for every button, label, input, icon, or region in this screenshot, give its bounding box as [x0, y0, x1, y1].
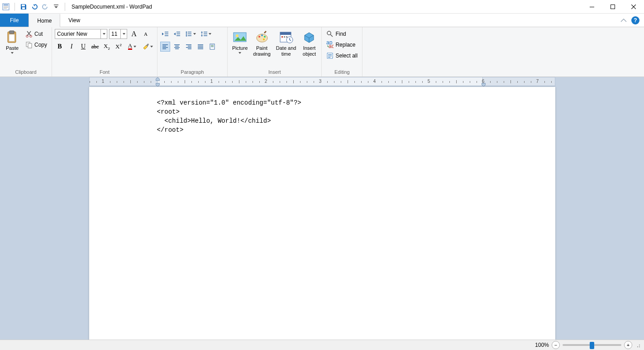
underline-button[interactable]: U [78, 42, 88, 52]
undo-icon[interactable] [30, 3, 38, 11]
group-paragraph: Paragraph [157, 27, 228, 77]
svg-rect-7 [54, 5, 58, 5]
svg-rect-18 [165, 34, 168, 34]
strikethrough-button[interactable]: abc [90, 42, 100, 52]
svg-rect-35 [162, 47, 168, 48]
svg-rect-30 [204, 32, 207, 33]
highlight-button[interactable] [141, 42, 154, 52]
zoom-in-button[interactable]: + [624, 341, 632, 349]
paint-drawing-button[interactable]: Paint drawing [251, 29, 272, 58]
font-family-combo[interactable] [55, 29, 107, 39]
paste-button[interactable]: Paste [3, 29, 22, 55]
save-icon[interactable] [19, 3, 28, 11]
svg-rect-62 [281, 36, 283, 38]
svg-rect-43 [186, 47, 191, 48]
svg-rect-21 [177, 34, 180, 34]
font-color-button[interactable]: A [125, 42, 139, 52]
decrease-indent-button[interactable] [160, 29, 170, 39]
selectall-button[interactable]: Select all [324, 51, 359, 61]
close-button[interactable] [623, 0, 644, 14]
svg-point-23 [186, 32, 187, 33]
redo-icon[interactable] [41, 3, 49, 11]
insert-object-button[interactable]: Insert object [300, 29, 319, 58]
align-right-button[interactable] [184, 42, 194, 52]
title-bar: SampleDocument.xml - WordPad [0, 0, 644, 14]
paste-dropdown-icon [11, 52, 14, 54]
svg-point-24 [186, 34, 187, 35]
zoom-slider[interactable] [563, 344, 621, 346]
font-family-dropdown-icon[interactable] [100, 29, 107, 38]
paste-label: Paste [6, 45, 19, 51]
shrink-font-button[interactable]: A [141, 29, 151, 39]
minimize-button[interactable] [582, 0, 602, 14]
svg-point-58 [264, 36, 266, 38]
justify-button[interactable] [196, 42, 205, 52]
picture-icon [233, 30, 247, 44]
replace-button[interactable]: abac Replace [324, 40, 359, 50]
zoom-out-button[interactable]: − [552, 341, 560, 349]
document-page[interactable]: <?xml version="1.0" encoding="utf-8"?> <… [89, 87, 555, 340]
svg-point-73 [639, 346, 640, 347]
group-insert: Picture Paint drawing Date and time Inse… [228, 27, 322, 77]
horizontal-ruler[interactable]: 11234567 [89, 77, 555, 86]
cut-icon [25, 30, 33, 38]
help-icon[interactable]: ? [631, 16, 639, 24]
line-spacing-button[interactable] [199, 29, 213, 39]
maximize-button[interactable] [602, 0, 623, 14]
italic-button[interactable]: I [67, 42, 76, 52]
svg-point-59 [263, 38, 265, 40]
editing-group-label: Editing [324, 68, 359, 76]
svg-point-66 [327, 31, 331, 35]
svg-rect-32 [204, 35, 207, 36]
replace-label: Replace [335, 42, 355, 48]
font-size-dropdown-icon[interactable] [120, 29, 127, 38]
date-time-button[interactable]: Date and time [274, 29, 298, 58]
svg-rect-2 [4, 6, 8, 7]
selectall-label: Select all [335, 53, 358, 59]
calendar-icon [279, 30, 293, 44]
resize-grip-icon[interactable] [635, 342, 640, 348]
bold-button[interactable]: B [55, 42, 65, 52]
find-button[interactable]: Find [324, 29, 359, 39]
grow-font-button[interactable]: A [129, 29, 139, 39]
font-size-combo[interactable] [109, 29, 127, 39]
workspace: 11234567 <?xml version="1.0" encoding="u… [0, 77, 644, 340]
find-icon [326, 30, 334, 38]
collapse-ribbon-icon[interactable] [620, 18, 627, 23]
qat-customize-icon[interactable] [52, 3, 60, 11]
tab-file[interactable]: File [0, 14, 29, 27]
svg-rect-16 [28, 43, 32, 48]
svg-rect-41 [186, 44, 191, 45]
document-text[interactable]: <?xml version="1.0" encoding="utf-8"?> <… [157, 98, 487, 134]
svg-rect-20 [177, 32, 180, 33]
paragraph-dialog-button[interactable] [207, 42, 217, 52]
clipboard-group-label: Clipboard [3, 68, 49, 76]
replace-icon: abac [326, 41, 334, 48]
svg-rect-4 [4, 8, 7, 9]
subscript-button[interactable]: X2 [102, 42, 112, 52]
svg-rect-9 [611, 5, 615, 9]
align-center-button[interactable] [172, 42, 182, 52]
cut-button[interactable]: Cut [24, 29, 49, 39]
font-family-input[interactable] [55, 29, 100, 38]
increase-indent-button[interactable] [172, 29, 182, 39]
copy-button[interactable]: Copy [24, 40, 49, 50]
svg-point-75 [639, 345, 640, 345]
svg-rect-70 [328, 54, 332, 55]
svg-rect-6 [22, 7, 25, 9]
superscript-button[interactable]: X2 [114, 42, 124, 52]
group-font: A A B I U abc X2 X2 A Font [52, 27, 157, 77]
zoom-slider-thumb[interactable] [590, 342, 594, 349]
svg-rect-45 [198, 44, 203, 45]
svg-rect-22 [177, 35, 180, 36]
svg-rect-5 [22, 5, 25, 6]
font-size-input[interactable] [110, 29, 120, 38]
list-button[interactable] [184, 29, 197, 39]
align-left-button[interactable] [160, 42, 170, 52]
svg-rect-31 [204, 34, 207, 34]
tab-view[interactable]: View [60, 14, 88, 27]
app-icon[interactable] [2, 3, 10, 11]
tab-home[interactable]: Home [29, 14, 60, 27]
insert-group-label: Insert [230, 68, 319, 76]
picture-button[interactable]: Picture [230, 29, 249, 55]
